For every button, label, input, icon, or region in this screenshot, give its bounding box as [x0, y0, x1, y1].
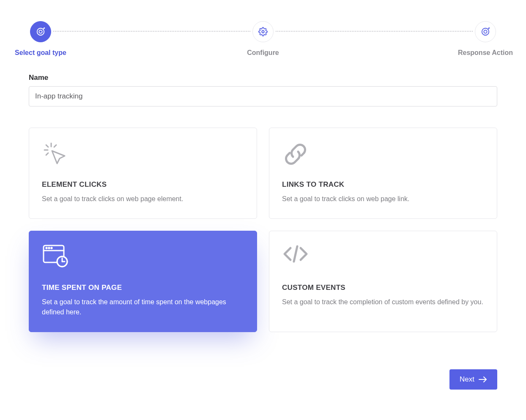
target-icon: [475, 21, 496, 42]
card-time-spent[interactable]: TIME SPENT ON PAGE Set a goal to track t…: [29, 231, 257, 332]
step-response-action[interactable]: Response Action: [452, 21, 519, 57]
svg-point-15: [49, 248, 49, 248]
svg-point-16: [51, 248, 52, 248]
card-title: CUSTOM EVENTS: [282, 284, 484, 292]
svg-point-14: [46, 248, 47, 248]
next-button-label: Next: [460, 375, 474, 384]
step-select-goal-type[interactable]: Select goal type: [7, 21, 74, 57]
card-title: LINKS TO TRACK: [282, 180, 484, 189]
card-desc: Set a goal to track clicks on web page l…: [282, 194, 484, 204]
step-label: Configure: [247, 49, 279, 57]
code-icon: [282, 244, 484, 271]
svg-line-11: [46, 153, 48, 155]
name-input[interactable]: [29, 86, 497, 106]
arrow-right-icon: [479, 376, 487, 382]
card-links-to-track[interactable]: LINKS TO TRACK Set a goal to track click…: [269, 128, 497, 219]
svg-point-5: [484, 30, 487, 33]
svg-point-3: [262, 30, 264, 33]
stepper: Select goal type Configure Response Acti…: [7, 0, 519, 69]
svg-line-9: [46, 145, 48, 147]
step-label: Response Action: [458, 49, 513, 57]
gear-icon: [252, 21, 274, 42]
step-connector: [276, 31, 473, 32]
goal-type-cards: ELEMENT CLICKS Set a goal to track click…: [29, 128, 497, 332]
card-title: ELEMENT CLICKS: [42, 180, 244, 189]
link-icon: [282, 141, 484, 168]
card-desc: Set a goal to track clicks on web page e…: [42, 194, 244, 204]
svg-point-1: [39, 30, 42, 33]
svg-line-10: [54, 145, 56, 147]
card-element-clicks[interactable]: ELEMENT CLICKS Set a goal to track click…: [29, 128, 257, 219]
browser-clock-icon: [42, 244, 244, 271]
next-button[interactable]: Next: [449, 369, 497, 390]
svg-line-21: [294, 246, 297, 262]
target-icon: [30, 21, 51, 42]
step-configure[interactable]: Configure: [229, 21, 297, 57]
step-label: Select goal type: [15, 49, 66, 57]
card-title: TIME SPENT ON PAGE: [42, 284, 244, 292]
step-connector: [53, 31, 250, 32]
card-desc: Set a goal to track the amount of time s…: [42, 297, 244, 317]
name-label: Name: [29, 74, 497, 82]
cursor-click-icon: [42, 141, 244, 168]
card-custom-events[interactable]: CUSTOM EVENTS Set a goal to track the co…: [269, 231, 497, 332]
card-desc: Set a goal to track the completion of cu…: [282, 297, 484, 307]
